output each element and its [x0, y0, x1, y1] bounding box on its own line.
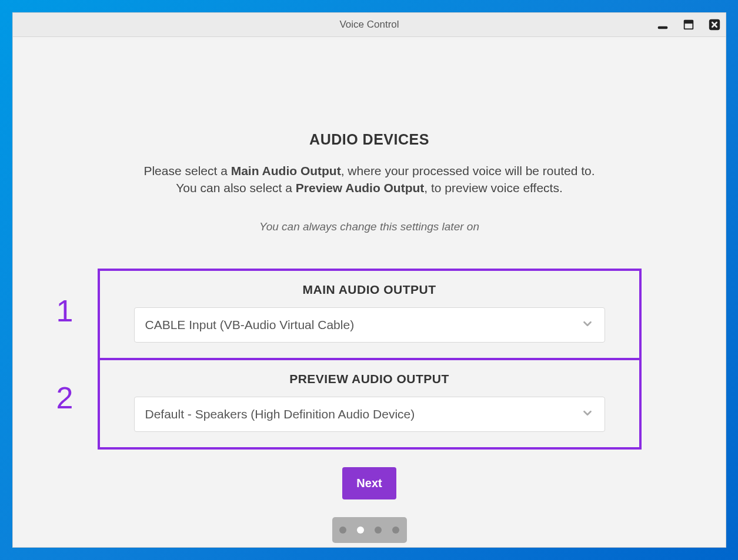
desc-text: You can also select a [176, 181, 296, 195]
preview-output-section: PREVIEW AUDIO OUTPUT Default - Speakers … [98, 360, 642, 450]
desc-bold1: Main Audio Output [231, 164, 341, 177]
minimize-button[interactable] [656, 18, 669, 31]
desc-text: , where your processed voice will be rou… [341, 164, 595, 177]
annotation-1: 1 [56, 293, 74, 328]
main-output-select[interactable]: CABLE Input (VB-Audio Virtual Cable) [134, 307, 605, 343]
app-window: Voice Control AUDIO DEVICES Please selec… [12, 12, 726, 548]
next-button[interactable]: Next [342, 467, 396, 499]
window-title: Voice Control [339, 19, 399, 31]
annotation-2: 2 [56, 380, 74, 415]
page-heading: AUDIO DEVICES [13, 131, 726, 148]
main-output-section: MAIN AUDIO OUTPUT CABLE Input (VB-Audio … [98, 269, 642, 360]
pager-dot-2[interactable] [375, 527, 382, 534]
content-area: AUDIO DEVICES Please select a Main Audio… [13, 37, 726, 543]
preview-output-value: Default - Speakers (High Definition Audi… [145, 407, 415, 421]
page-hint: You can always change this settings late… [13, 220, 726, 233]
desc-text: , to preview voice effects. [424, 181, 562, 195]
svg-rect-2 [685, 24, 693, 28]
titlebar: Voice Control [13, 13, 726, 37]
page-description: Please select a Main Audio Output, where… [13, 162, 726, 197]
step-pager[interactable] [332, 517, 407, 543]
close-button[interactable] [708, 18, 721, 31]
pager-dot-3[interactable] [392, 527, 399, 534]
chevron-down-icon [581, 407, 594, 422]
preview-output-select[interactable]: Default - Speakers (High Definition Audi… [134, 397, 605, 432]
chevron-down-icon [581, 317, 594, 333]
window-controls [656, 18, 721, 31]
desc-text: Please select a [143, 164, 231, 177]
pager-dot-1[interactable] [357, 527, 364, 534]
desc-bold2: Preview Audio Output [296, 181, 425, 195]
svg-rect-0 [658, 26, 668, 29]
maximize-button[interactable] [682, 18, 695, 31]
preview-output-label: PREVIEW AUDIO OUTPUT [134, 372, 605, 386]
main-output-label: MAIN AUDIO OUTPUT [134, 283, 605, 297]
main-output-value: CABLE Input (VB-Audio Virtual Cable) [145, 318, 355, 332]
settings-container: 1 2 MAIN AUDIO OUTPUT CABLE Input (VB-Au… [98, 269, 642, 450]
pager-dot-0[interactable] [339, 527, 346, 534]
